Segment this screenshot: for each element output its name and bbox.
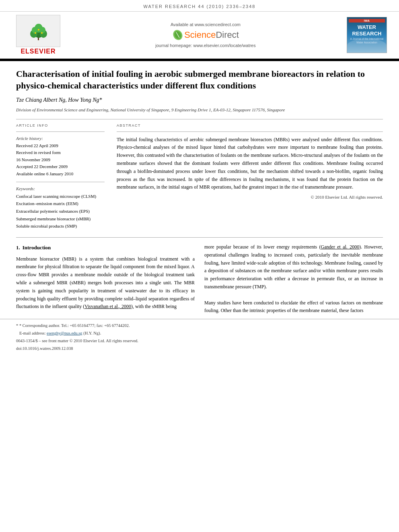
- keyword-eem: Excitation–emission matrix (EEM): [16, 200, 105, 207]
- doi-line: doi:10.1016/j.watres.2009.12.038: [16, 345, 383, 352]
- top-banner: ELSEVIER Available at www.sciencedirect.…: [0, 11, 399, 59]
- corresponding-author-note: * * Corresponding author. Tel.: +65 6516…: [16, 322, 383, 329]
- journal-name: WATER RESEARCH 44 (2010) 2336–2348: [144, 4, 256, 9]
- elsevier-tree-icon: [27, 21, 49, 41]
- keywords-text: Confocal laser scanning microscope (CLSM…: [16, 193, 105, 230]
- introduction-text-col1: Membrane bioreactor (MBR) is a system th…: [16, 255, 195, 311]
- sciencedirect-leaf-icon: [172, 29, 183, 41]
- accepted-date: Accepted 22 December 2009: [16, 163, 105, 170]
- article-info-abstract-section: ARTICLE INFO Article history: Received 2…: [16, 123, 383, 230]
- section-divider-1: [16, 237, 383, 238]
- received-revised-date: 16 November 2009: [16, 156, 105, 164]
- svg-point-8: [41, 32, 43, 34]
- email-line: E-mail address: esenghy@nus.edu.sg (H.Y.…: [16, 330, 383, 337]
- svg-point-7: [35, 32, 36, 34]
- copyright-line: © 2010 Elsevier Ltd. All rights reserved…: [117, 195, 383, 199]
- section-title: Introduction: [23, 243, 51, 252]
- main-content: Characterisation of initial fouling in a…: [0, 61, 399, 230]
- svg-point-6: [40, 27, 45, 33]
- introduction-text-col2-para2: Many studies have been conducted to eluc…: [204, 299, 383, 315]
- sciencedirect-logo: ScienceDirect: [64, 29, 347, 41]
- paper-title: Characterisation of initial fouling in a…: [16, 68, 383, 91]
- abstract-rule: [117, 131, 383, 132]
- keyword-smp: Soluble microbial products (SMP): [16, 222, 105, 230]
- rule-divider-1: [16, 119, 383, 119]
- water-research-logo: IWA WATER RESEARCH A Journal of the Inte…: [347, 17, 387, 53]
- article-history-label: Article history:: [16, 136, 105, 141]
- article-info-rule: [16, 131, 105, 132]
- article-info-label: ARTICLE INFO: [16, 123, 105, 127]
- journal-header: WATER RESEARCH 44 (2010) 2336–2348: [0, 0, 399, 11]
- corresponding-author-text: * Corresponding author. Tel.: +65 651647…: [19, 323, 130, 328]
- elsevier-logo-image: [16, 15, 60, 47]
- abstract-label: ABSTRACT: [117, 123, 383, 127]
- introduction-text-col2: more popular because of its lower energy…: [204, 243, 383, 291]
- email-link[interactable]: esenghy@nus.edu.sg: [47, 331, 82, 335]
- keyword-clsm: Confocal laser scanning microscope (CLSM…: [16, 193, 105, 200]
- authors: Tze Chiang Albert Ng, How Yong Ng*: [16, 97, 383, 103]
- elsevier-text: ELSEVIER: [21, 48, 56, 55]
- available-online: Available online 6 January 2010: [16, 170, 105, 178]
- wr-top-bar: IWA: [349, 19, 385, 23]
- email-suffix: (H.Y. Ng).: [83, 331, 101, 335]
- footnote-area: * * Corresponding author. Tel.: +65 6516…: [0, 319, 399, 355]
- issn-line: 0043-1354/$ – see front matter © 2010 El…: [16, 338, 383, 345]
- sciencedirect-text: ScienceDirect: [184, 30, 239, 40]
- abstract-column: ABSTRACT The initial fouling characteris…: [117, 123, 383, 230]
- keyword-smbr: Submerged membrane bioreactor (sMBR): [16, 215, 105, 223]
- keyword-eps: Extracellular polymeric substances (EPS): [16, 207, 105, 215]
- article-info-column: ARTICLE INFO Article history: Received 2…: [16, 123, 105, 230]
- keywords-rule: [16, 182, 105, 182]
- introduction-col-left: 1. Introduction Membrane bioreactor (MBR…: [16, 243, 195, 315]
- center-banner: Available at www.sciencedirect.com Scien…: [64, 22, 347, 48]
- citation-visvanathan: Visvanathan et al., 2000: [84, 304, 131, 309]
- footnote-star: *: [16, 323, 19, 328]
- introduction-heading: 1. Introduction: [16, 243, 195, 252]
- wr-title: WATER RESEARCH: [349, 24, 385, 37]
- affiliation: Division of Environmental Science and En…: [16, 107, 383, 113]
- email-label: E-mail address:: [19, 331, 46, 335]
- introduction-section: 1. Introduction Membrane bioreactor (MBR…: [0, 243, 399, 315]
- abstract-text: The initial fouling characteristics of a…: [117, 136, 383, 192]
- wr-wave-decoration: [347, 39, 387, 53]
- available-at-text: Available at www.sciencedirect.com: [64, 22, 347, 27]
- received-revised-label: Received in revised form: [16, 149, 105, 156]
- keywords-label: Keywords:: [16, 186, 105, 191]
- received-date: Received 22 April 2009: [16, 142, 105, 150]
- section-number: 1.: [16, 243, 20, 252]
- svg-point-9: [38, 29, 39, 31]
- citation-gander: Gander et al. 2000: [321, 244, 360, 250]
- journal-homepage-text: journal homepage: www.elsevier.com/locat…: [64, 43, 347, 48]
- introduction-col-right: more popular because of its lower energy…: [204, 243, 383, 315]
- svg-point-5: [32, 27, 37, 33]
- elsevier-logo: ELSEVIER: [12, 15, 64, 55]
- article-history-text: Received 22 April 2009 Received in revis…: [16, 142, 105, 178]
